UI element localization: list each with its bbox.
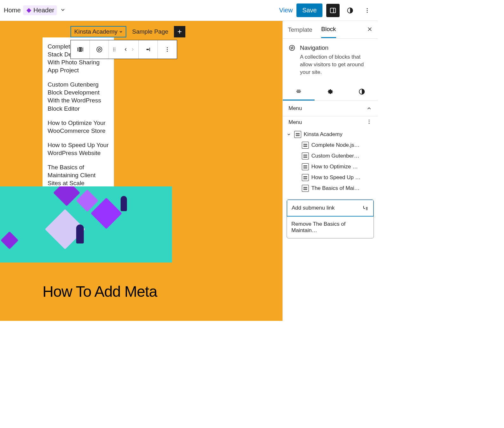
contrast-icon (347, 7, 354, 14)
toolbar-select-parent[interactable] (71, 40, 90, 59)
tree-label: The Basics of Mai… (311, 185, 375, 191)
list-icon (295, 88, 302, 95)
subtab-styles[interactable] (346, 83, 378, 101)
add-submenu-label: Add submenu link (292, 205, 335, 211)
svg-point-4 (367, 8, 368, 9)
page-icon (294, 131, 301, 138)
chevron-down-icon (287, 132, 291, 137)
tab-block[interactable]: Block (321, 21, 336, 38)
subtab-settings[interactable] (315, 83, 346, 101)
nav-item-kinsta-academy[interactable]: Kinsta Academy (70, 26, 126, 37)
svg-point-14 (113, 50, 114, 51)
sidebar-icon (329, 7, 336, 14)
page-icon (302, 163, 309, 170)
submenu-item[interactable]: Custom Gutenberg Block Development With … (48, 81, 109, 112)
breadcrumb-context-label: Header (33, 7, 54, 14)
view-link[interactable]: View (279, 7, 293, 14)
svg-rect-17 (149, 48, 150, 51)
submenu-dropdown: Complete Node.js Full Stack Development … (43, 37, 114, 193)
editor-canvas[interactable]: Kinsta Academy Sample Page Complete Node… (0, 21, 282, 321)
svg-point-28 (369, 120, 369, 120)
svg-point-23 (289, 45, 295, 51)
submenu-item[interactable]: How to Optimize Your WooCommerce Store (48, 119, 109, 135)
tree-row[interactable]: Custom Gutenber… (285, 151, 375, 161)
chevron-left-icon (123, 47, 128, 52)
justify-right-icon (145, 46, 152, 53)
tree-row[interactable]: Complete Node.js… (285, 140, 375, 151)
illustration-image (0, 186, 172, 263)
menu-section-toggle[interactable]: Menu (283, 101, 378, 116)
remove-item-button[interactable]: Remove The Basics of Maintain… (287, 217, 374, 238)
tree-row[interactable]: How to Optimize … (285, 161, 375, 172)
svg-rect-16 (146, 49, 149, 50)
sidebar-close-button[interactable] (367, 26, 373, 34)
breadcrumb-header[interactable]: Header (23, 5, 57, 15)
tree-label: Custom Gutenber… (311, 153, 375, 159)
chevron-right-icon (130, 47, 135, 52)
tree-row[interactable]: The Basics of Mai… (285, 183, 375, 194)
nav-strip: Kinsta Academy Sample Page (70, 26, 185, 37)
breadcrumb-home[interactable]: Home (3, 5, 22, 16)
toolbar-more[interactable] (158, 40, 177, 59)
plus-icon (176, 29, 183, 35)
chevron-down-icon (60, 7, 66, 13)
menu-header: Menu (283, 116, 378, 129)
menu-action-box: Add submenu link Remove The Basics of Ma… (287, 199, 374, 238)
dots-vertical-icon (364, 7, 370, 14)
menu-tree: Kinsta Academy Complete Node.js… Custom … (283, 129, 378, 198)
toolbar-move[interactable] (120, 40, 139, 59)
svg-point-19 (167, 49, 168, 50)
svg-point-29 (369, 121, 369, 122)
toolbar-justify[interactable] (139, 40, 158, 59)
tree-collapse-toggle[interactable] (286, 132, 292, 137)
tree-row[interactable]: How to Speed Up … (285, 172, 375, 183)
toolbar-drag-handle[interactable] (109, 40, 120, 59)
nav-add-button[interactable] (174, 26, 185, 37)
settings-toggle-button[interactable] (326, 4, 340, 17)
toolbar-block-type[interactable] (90, 40, 109, 59)
styles-button[interactable] (343, 4, 357, 17)
submenu-item[interactable]: The Basics of Maintaining Client Sites a… (48, 163, 109, 187)
svg-point-9 (96, 47, 102, 52)
submenu-item[interactable]: How to Speed Up Your WordPress Website (48, 141, 109, 157)
chevron-up-icon (366, 106, 372, 111)
menu-section: Menu (283, 101, 378, 116)
nav-item-sample-page[interactable]: Sample Page (126, 26, 174, 37)
remove-item-label: Remove The Basics of Maintain… (291, 221, 369, 234)
svg-point-15 (115, 50, 115, 51)
top-bar: Home Header View Save (0, 0, 378, 21)
svg-point-10 (113, 48, 114, 48)
topbar-actions: View Save (279, 3, 374, 17)
chevron-down-icon (119, 29, 123, 34)
contrast-icon (358, 88, 365, 95)
page-icon (302, 142, 309, 149)
subtab-list-view[interactable] (283, 83, 315, 101)
svg-point-12 (113, 49, 114, 50)
nav-block-icon (26, 7, 32, 14)
block-description: Navigation A collection of blocks that a… (283, 39, 378, 83)
add-submenu-link-button[interactable]: Add submenu link (287, 199, 374, 217)
svg-point-6 (367, 12, 368, 13)
svg-point-5 (367, 10, 368, 11)
breadcrumb-dropdown[interactable] (58, 5, 68, 16)
tree-row-root[interactable]: Kinsta Academy (285, 129, 375, 140)
page-icon (302, 185, 309, 192)
submenu-icon (362, 204, 369, 211)
sidebar-tabs: Template Block (283, 21, 378, 39)
navigation-icon (96, 46, 103, 53)
block-desc-text: A collection of blocks that allow visito… (300, 53, 372, 76)
save-button[interactable]: Save (296, 3, 322, 17)
sidebar-subtabs (283, 83, 378, 101)
svg-point-13 (115, 49, 115, 50)
more-menu-button[interactable] (361, 4, 374, 17)
navigation-block-icon (288, 44, 295, 76)
svg-point-30 (369, 123, 369, 124)
breadcrumb: Home Header (3, 5, 68, 16)
dots-vertical-icon (164, 46, 170, 53)
svg-marker-0 (27, 8, 31, 13)
close-icon (367, 26, 373, 32)
page-icon (302, 152, 309, 159)
menu-actions-button[interactable] (366, 119, 372, 126)
svg-rect-1 (330, 8, 336, 13)
tab-template[interactable]: Template (288, 22, 312, 38)
